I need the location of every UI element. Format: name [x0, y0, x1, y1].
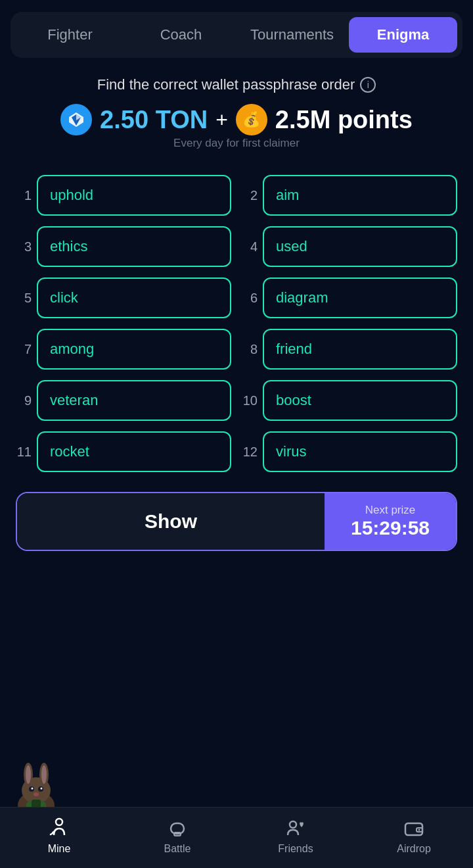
phrase-number-4: 4: [242, 239, 258, 254]
next-prize-time: 15:29:58: [351, 517, 430, 539]
next-prize-label: Next prize: [365, 504, 416, 517]
phrase-number-6: 6: [242, 291, 258, 306]
tab-coach[interactable]: Coach: [127, 17, 235, 53]
bottom-nav-battle[interactable]: Battle: [118, 817, 236, 855]
phrase-number-12: 12: [242, 445, 258, 460]
phrase-number-3: 3: [16, 239, 32, 254]
passphrase-grid: 1 uphold 2 aim 3 ethics 4 used 5 click 6…: [0, 162, 473, 485]
ton-amount: 2.50 TON: [100, 106, 208, 134]
phrase-item-10: 10 boost: [242, 380, 457, 421]
bottom-nav-mine[interactable]: Mine: [0, 817, 118, 855]
tab-fighter[interactable]: Fighter: [16, 17, 124, 53]
phrase-item-6: 6 diagram: [242, 277, 457, 318]
phrase-box-8[interactable]: friend: [263, 329, 457, 370]
info-icon[interactable]: i: [360, 77, 376, 93]
plus-sign: +: [215, 108, 228, 132]
phrase-number-9: 9: [16, 393, 32, 408]
subtitle: Every day for first claimer: [13, 137, 460, 150]
phrase-box-12[interactable]: virus: [263, 431, 457, 472]
top-navigation: Fighter Coach Tournaments Enigma: [11, 12, 462, 58]
svg-point-11: [32, 788, 34, 790]
phrase-box-6[interactable]: diagram: [263, 277, 457, 318]
next-prize-section: Next prize 15:29:58: [325, 493, 456, 550]
svg-point-13: [34, 792, 39, 796]
phrase-box-3[interactable]: ethics: [37, 226, 231, 267]
phrase-number-10: 10: [242, 393, 258, 408]
phrase-box-5[interactable]: click: [37, 277, 231, 318]
phrase-box-7[interactable]: among: [37, 329, 231, 370]
svg-point-24: [418, 829, 420, 831]
phrase-item-11: 11 rocket: [16, 431, 231, 472]
phrase-number-7: 7: [16, 342, 32, 357]
svg-point-8: [41, 765, 47, 784]
phrase-number-11: 11: [16, 445, 32, 460]
phrase-number-8: 8: [242, 342, 258, 357]
bottom-navigation: Mine Battle Friends Airdrop: [0, 807, 473, 868]
phrase-box-4[interactable]: used: [263, 226, 457, 267]
svg-point-12: [41, 788, 43, 790]
phrase-item-12: 12 virus: [242, 431, 457, 472]
phrase-box-10[interactable]: boost: [263, 380, 457, 421]
phrase-item-1: 1 uphold: [16, 175, 231, 216]
reward-row: 2.50 TON + 💰 2.5M points: [13, 104, 460, 135]
friends-label: Friends: [278, 843, 313, 855]
phrase-number-1: 1: [16, 188, 32, 203]
phrase-item-5: 5 click: [16, 277, 231, 318]
coin-icon: 💰: [236, 104, 267, 135]
phrase-item-9: 9 veteran: [16, 380, 231, 421]
phrase-number-2: 2: [242, 188, 258, 203]
phrase-number-5: 5: [16, 291, 32, 306]
show-button[interactable]: Show: [17, 493, 325, 550]
tab-tournaments[interactable]: Tournaments: [238, 17, 346, 53]
battle-label: Battle: [164, 843, 191, 855]
bottom-nav-friends[interactable]: Friends: [236, 817, 355, 855]
svg-point-16: [56, 819, 62, 825]
header-title: Find the correct wallet passphrase order…: [13, 76, 460, 93]
bottom-nav-airdrop[interactable]: Airdrop: [355, 817, 473, 855]
phrase-box-1[interactable]: uphold: [37, 175, 231, 216]
phrase-item-7: 7 among: [16, 329, 231, 370]
tab-enigma[interactable]: Enigma: [349, 17, 457, 53]
phrase-item-4: 4 used: [242, 226, 457, 267]
phrase-box-2[interactable]: aim: [263, 175, 457, 216]
points-amount: 2.5M points: [275, 106, 413, 134]
svg-point-6: [26, 765, 31, 784]
phrase-item-2: 2 aim: [242, 175, 457, 216]
phrase-item-8: 8 friend: [242, 329, 457, 370]
header-section: Find the correct wallet passphrase order…: [0, 58, 473, 157]
airdrop-label: Airdrop: [397, 843, 431, 855]
svg-point-21: [290, 821, 296, 828]
phrase-box-11[interactable]: rocket: [37, 431, 231, 472]
phrase-box-9[interactable]: veteran: [37, 380, 231, 421]
show-button-container: Show Next prize 15:29:58: [16, 492, 457, 551]
mine-label: Mine: [48, 843, 71, 855]
ton-icon: [60, 104, 92, 135]
phrase-item-3: 3 ethics: [16, 226, 231, 267]
